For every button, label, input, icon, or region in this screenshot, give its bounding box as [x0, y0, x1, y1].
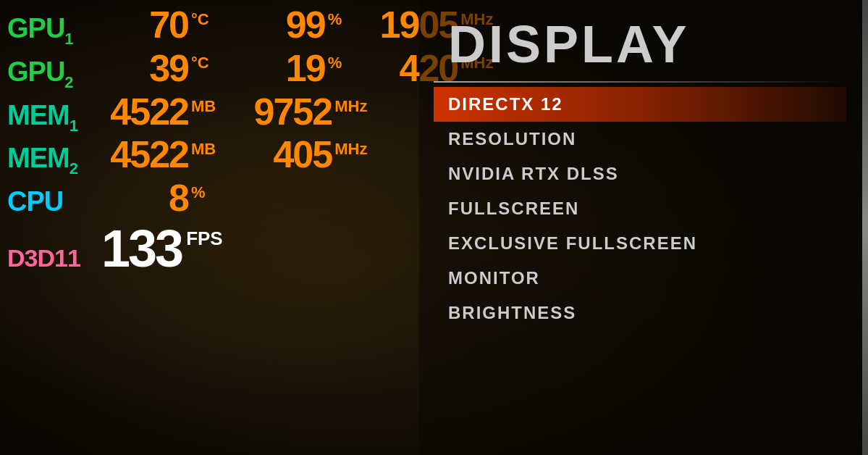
mem1-clock: 9752 — [237, 93, 332, 130]
display-item-label: BRIGHTNESS — [448, 303, 576, 323]
gpu1-load: 99 — [231, 6, 325, 43]
display-item-fullscreen[interactable]: FULLSCREEN — [434, 191, 846, 226]
gpu2-label: GPU2 — [7, 57, 94, 91]
gpu1-temp: 70 — [94, 6, 188, 43]
display-item-dlss[interactable]: NVIDIA RTX DLSS — [434, 156, 846, 191]
mem1-label: MEM1 — [7, 101, 94, 135]
display-item-label: MONITOR — [448, 268, 540, 288]
mem1-usage: 4522 — [94, 93, 188, 130]
mem2-usage: 4522 — [94, 135, 188, 173]
d3d-label: D3D11 — [7, 245, 94, 272]
hud-row-fps: D3D11 133 FPS — [7, 219, 413, 278]
gpu2-load: 19 — [231, 49, 325, 87]
hud-row-mem1: MEM1 4522 MB 9752 MHz — [7, 93, 413, 135]
mem1-usage-unit: MB — [191, 97, 216, 116]
hud-row-mem2: MEM2 4522 MB 405 MHz — [7, 135, 413, 178]
display-item-brightness[interactable]: BRIGHTNESS — [434, 296, 846, 330]
mem2-usage-unit: MB — [191, 140, 216, 159]
cpu-label: CPU — [7, 187, 94, 217]
display-title: DISPLAY — [434, 14, 846, 74]
mem2-label: MEM2 — [7, 143, 94, 178]
mem2-clock-unit: MHz — [334, 140, 367, 159]
display-item-resolution[interactable]: RESOLUTION — [434, 122, 846, 156]
display-item-label: RESOLUTION — [448, 129, 576, 149]
cpu-load-unit: % — [191, 183, 206, 202]
gpu2-temp: 39 — [94, 49, 188, 87]
fps-value: 133 — [101, 219, 182, 278]
display-item-directx[interactable]: DIRECTX 12 — [434, 87, 846, 122]
hud-row-gpu2: GPU2 39 °C 19 % 420 MHz — [7, 49, 413, 91]
display-item-label: EXCLUSIVE FULLSCREEN — [448, 233, 697, 254]
mem1-clock-unit: MHz — [334, 97, 367, 116]
mem2-clock: 405 — [237, 135, 332, 173]
display-panel: DISPLAY DIRECTX 12 RESOLUTION NVIDIA RTX… — [419, 0, 868, 455]
display-item-exclusive-fullscreen[interactable]: EXCLUSIVE FULLSCREEN — [434, 226, 846, 261]
gpu2-temp-unit: °C — [191, 54, 209, 72]
gpu1-load-unit: % — [328, 10, 342, 29]
display-item-monitor[interactable]: MONITOR — [434, 261, 846, 296]
gpu1-temp-unit: °C — [191, 10, 209, 29]
side-indicator — [862, 0, 868, 455]
display-item-label: FULLSCREEN — [448, 199, 579, 219]
display-divider — [434, 81, 846, 83]
fps-unit: FPS — [186, 228, 223, 250]
gpu1-label: GPU1 — [7, 14, 94, 48]
hud-row-gpu1: GPU1 70 °C 99 % 1905 MHz — [7, 6, 413, 48]
display-item-label: DIRECTX 12 — [448, 94, 563, 114]
display-item-label: NVIDIA RTX DLSS — [448, 164, 619, 184]
gpu2-load-unit: % — [328, 54, 342, 72]
cpu-load: 8 — [94, 179, 188, 217]
hud-row-cpu: CPU 8 % — [7, 179, 413, 217]
hud-overlay: GPU1 70 °C 99 % 1905 MHz GPU2 39 °C 19 %… — [0, 0, 420, 254]
